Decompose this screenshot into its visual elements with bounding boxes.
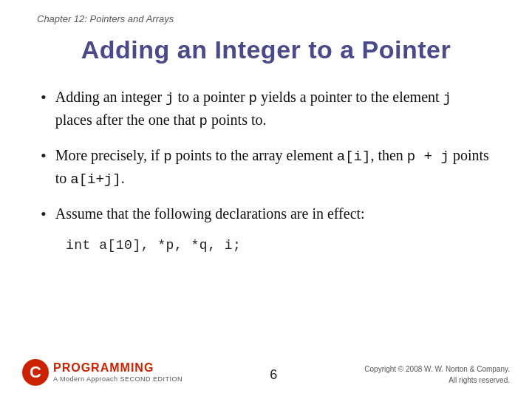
page-number: 6 (183, 367, 364, 386)
footer-copyright: Copyright © 2008 W. W. Norton & Company.… (364, 364, 510, 386)
bullet-dot-3: • (41, 205, 47, 224)
bullet-dot-2: • (41, 146, 47, 166)
content-area: • Adding an integer j to a pointer p yie… (0, 79, 532, 260)
logo-text-block: PROGRAMMING A Modern Approach SECOND EDI… (53, 362, 183, 383)
bullet-item-2: • More precisely, if p points to the arr… (41, 145, 491, 190)
code-p-2: p (200, 113, 208, 129)
bullet-text-3: Assume that the following declarations a… (55, 203, 365, 225)
footer: C PROGRAMMING A Modern Approach SECOND E… (0, 359, 532, 386)
logo-programming: PROGRAMMING (53, 362, 183, 374)
chapter-label: Chapter 12: Pointers and Arrays (37, 13, 174, 24)
code-ai: a[i] (337, 149, 371, 165)
logo-circle: C (22, 359, 49, 386)
code-p-plus-j: p + j (407, 149, 449, 165)
code-j-1: j (166, 90, 174, 106)
bullet-item-3: • Assume that the following declarations… (41, 203, 491, 225)
logo-subtitle: A Modern Approach SECOND EDITION (53, 375, 183, 383)
code-aij: a[i+j] (70, 171, 120, 188)
bullet-text-1: Adding an integer j to a pointer p yield… (55, 86, 491, 132)
code-declaration: int a[10], *p, *q, i; (66, 238, 491, 253)
code-j-2: j (443, 90, 451, 106)
slide: Chapter 12: Pointers and Arrays Adding a… (0, 0, 532, 399)
footer-logo: C PROGRAMMING A Modern Approach SECOND E… (22, 359, 183, 386)
logo-letter: C (30, 363, 41, 382)
slide-title: Adding an Integer to a Pointer (0, 0, 532, 79)
bullet-dot-1: • (41, 88, 47, 107)
code-p-1: p (249, 90, 257, 106)
bullet-text-2: More precisely, if p points to the array… (55, 145, 491, 190)
bullet-item-1: • Adding an integer j to a pointer p yie… (41, 86, 491, 132)
code-p-3: p (163, 149, 171, 165)
